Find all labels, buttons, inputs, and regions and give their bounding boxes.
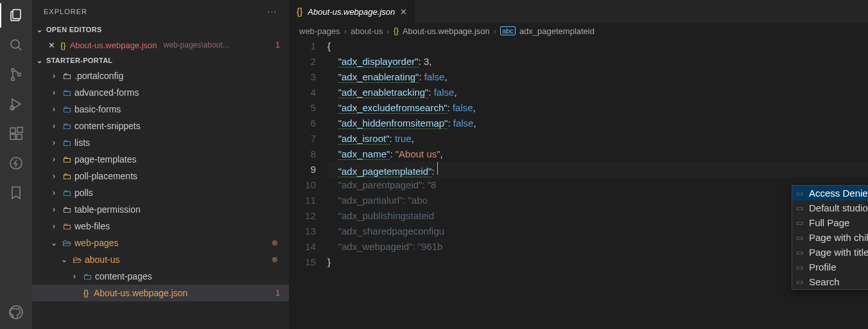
- chevron-down-icon: ⌄: [35, 26, 45, 34]
- extensions-icon[interactable]: [7, 125, 25, 143]
- chevron-right-icon: ›: [387, 26, 390, 36]
- symbol-string-icon: abc: [500, 26, 516, 35]
- folder-icon: 🗀: [62, 104, 72, 114]
- close-icon[interactable]: ✕: [400, 7, 407, 17]
- enum-icon: ▭: [796, 204, 805, 213]
- json-icon: {}: [81, 288, 91, 298]
- folder-open-icon: 🗁: [72, 254, 82, 265]
- enum-icon: ▭: [796, 248, 805, 257]
- tree-folder[interactable]: ›🗀.portalconfig: [32, 67, 289, 84]
- tree-folder[interactable]: ›🗀content-pages: [32, 268, 289, 285]
- chevron-right-icon: ›: [49, 172, 59, 181]
- svg-line-2: [18, 47, 21, 50]
- chevron-right-icon: ›: [49, 205, 59, 214]
- open-editors-header[interactable]: ⌄ OPEN EDITORS: [32, 22, 289, 37]
- autocomplete-item[interactable]: ▭Search: [792, 274, 868, 289]
- tree-folder[interactable]: ›🗀page-templates: [32, 151, 289, 168]
- power-platform-icon[interactable]: [7, 154, 25, 172]
- svg-rect-10: [17, 127, 22, 132]
- tree-folder[interactable]: ›🗀web-files: [32, 218, 289, 235]
- svg-rect-7: [10, 128, 15, 133]
- chevron-right-icon: ›: [49, 188, 59, 197]
- chevron-right-icon: ›: [49, 71, 59, 80]
- autocomplete-item[interactable]: ▭Page with child links: [792, 230, 868, 245]
- chevron-right-icon: ›: [49, 138, 59, 147]
- folder-icon: 🗀: [62, 154, 72, 164]
- code-editor[interactable]: 123456789101112131415 { "adx_displayorde…: [289, 39, 868, 270]
- folder-icon: 🗀: [62, 71, 72, 81]
- json-icon: {}: [297, 6, 302, 17]
- tree-folder[interactable]: ›🗀table-permission: [32, 201, 289, 218]
- enum-icon: ▭: [796, 189, 805, 198]
- github-icon[interactable]: [7, 303, 25, 321]
- explorer-sidebar: EXPLORER ··· ⌄ OPEN EDITORS ✕ {} About-u…: [32, 0, 289, 329]
- folder-icon: 🗀: [62, 171, 72, 181]
- json-icon: {}: [60, 40, 66, 50]
- tree-folder-about-us[interactable]: ⌄🗁about-us: [32, 251, 289, 268]
- chevron-right-icon: ›: [49, 222, 59, 231]
- chevron-right-icon: ›: [49, 105, 59, 114]
- enum-icon: ▭: [796, 218, 805, 227]
- folder-icon: 🗀: [62, 188, 72, 198]
- chevron-down-icon: ⌄: [35, 57, 45, 65]
- close-icon[interactable]: ✕: [46, 40, 56, 50]
- svg-point-3: [12, 69, 15, 72]
- chevron-down-icon: ⌄: [49, 238, 59, 247]
- autocomplete-item[interactable]: ▭Full Page: [792, 215, 868, 230]
- svg-point-5: [18, 73, 21, 76]
- more-icon[interactable]: ···: [268, 8, 277, 15]
- svg-point-11: [10, 157, 22, 169]
- tree-folder[interactable]: ›🗀basic-forms: [32, 101, 289, 118]
- search-icon[interactable]: [7, 36, 25, 54]
- source-control-icon[interactable]: [7, 66, 25, 84]
- svg-point-4: [12, 78, 15, 81]
- enum-icon: ▭: [796, 263, 805, 272]
- svg-rect-9: [17, 134, 22, 139]
- explorer-icon[interactable]: [7, 6, 25, 24]
- json-icon: {}: [394, 26, 399, 35]
- chevron-right-icon: ›: [49, 88, 59, 97]
- breadcrumbs[interactable]: web-pages › about-us › {} About-us.webpa…: [289, 23, 868, 39]
- tree-folder[interactable]: ›🗀poll-placements: [32, 168, 289, 184]
- folder-icon: 🗀: [62, 138, 72, 148]
- line-gutter: 123456789101112131415: [289, 39, 327, 270]
- tree-folder[interactable]: ›🗀content-snippets: [32, 118, 289, 134]
- folder-icon: 🗀: [62, 204, 72, 215]
- enum-icon: ▭: [796, 278, 805, 287]
- tree-folder[interactable]: ›🗀polls: [32, 184, 289, 201]
- tab-bar: {} About-us.webpage.json ✕: [289, 0, 868, 23]
- folder-icon: 🗀: [82, 271, 92, 281]
- activity-bar: [0, 0, 32, 329]
- autocomplete-item[interactable]: ▭Page with title: [792, 245, 868, 260]
- svg-point-1: [11, 40, 19, 48]
- debug-icon[interactable]: [7, 95, 25, 113]
- open-editor-item[interactable]: ✕ {} About-us.webpage.json web-pages\abo…: [32, 37, 289, 53]
- autocomplete-popup: ▭Access Denied ▭Default studio template …: [792, 185, 868, 290]
- modified-dot-icon: [272, 257, 277, 262]
- explorer-title: EXPLORER: [44, 8, 87, 15]
- bookmark-icon[interactable]: [7, 184, 25, 202]
- chevron-down-icon: ⌄: [59, 255, 69, 264]
- folder-icon: 🗀: [62, 221, 72, 231]
- folder-icon: 🗀: [62, 121, 72, 131]
- file-tree: ›🗀.portalconfig ›🗀advanced-forms ›🗀basic…: [32, 67, 289, 307]
- tree-folder[interactable]: ›🗀lists: [32, 134, 289, 151]
- explorer-header: EXPLORER ···: [32, 0, 289, 22]
- autocomplete-item[interactable]: ▭Default studio template: [792, 200, 868, 215]
- editor-tab[interactable]: {} About-us.webpage.json ✕: [289, 0, 415, 23]
- svg-rect-0: [13, 10, 21, 19]
- tree-folder[interactable]: ›🗀advanced-forms: [32, 84, 289, 101]
- svg-rect-8: [10, 134, 15, 139]
- tree-folder-web-pages[interactable]: ⌄🗁web-pages: [32, 235, 289, 251]
- autocomplete-item[interactable]: ▭Access Denied: [792, 186, 868, 200]
- tab-label: About-us.webpage.json: [308, 7, 395, 17]
- enum-icon: ▭: [796, 233, 805, 242]
- workspace-header[interactable]: ⌄ STARTER-PORTAL: [32, 53, 289, 67]
- modified-dot-icon: [272, 240, 277, 245]
- chevron-right-icon: ›: [49, 155, 59, 164]
- open-editor-filename: About-us.webpage.json: [70, 40, 157, 50]
- autocomplete-item[interactable]: ▭Profile: [792, 260, 868, 274]
- tree-file-active[interactable]: {}About-us.webpage.json1: [32, 285, 289, 301]
- folder-icon: 🗀: [62, 87, 72, 98]
- open-editor-badge: 1: [275, 40, 280, 49]
